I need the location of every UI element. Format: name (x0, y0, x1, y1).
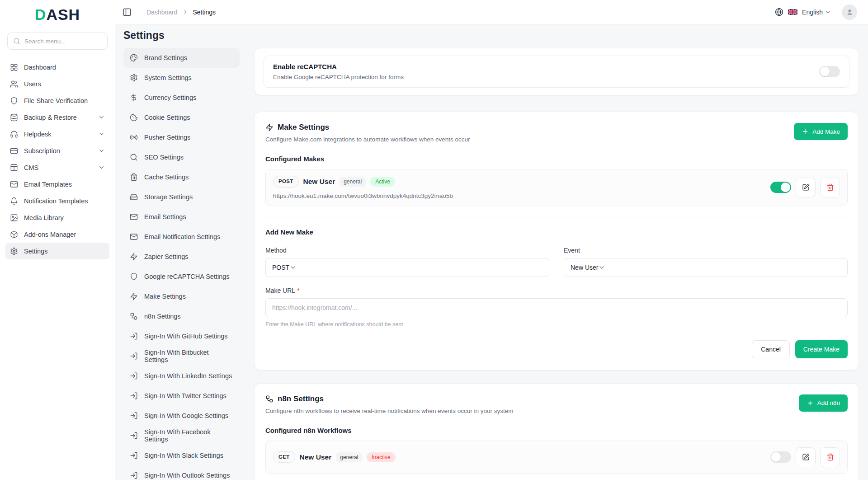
bell-icon (10, 197, 18, 205)
settings-nav-storage-settings[interactable]: Storage Settings (123, 187, 240, 207)
globe-icon[interactable] (775, 8, 783, 16)
settings-nav-n8n-settings[interactable]: n8n Settings (123, 306, 240, 326)
sidebar-item-add-ons-manager[interactable]: Add-ons Manager (5, 226, 109, 243)
make-settings-title: Make Settings (278, 123, 329, 132)
settings-nav-label: Cache Settings (144, 174, 189, 181)
settings-nav: Brand SettingsSystem SettingsCurrency Se… (123, 48, 240, 485)
settings-nav-pusher-settings[interactable]: Pusher Settings (123, 127, 240, 147)
settings-page: Settings Brand SettingsSystem SettingsCu… (115, 24, 868, 488)
app-sidebar: DASH DashboardUsersFile Share Verificati… (0, 0, 115, 488)
page-title: Settings (123, 29, 859, 42)
settings-nav-sign-in-with-github-settings[interactable]: Sign-In With GitHub Settings (123, 326, 240, 346)
event-select[interactable]: New User (564, 258, 848, 277)
log-in-icon (130, 432, 138, 440)
search-input[interactable] (24, 38, 104, 45)
settings-nav-system-settings[interactable]: System Settings (123, 68, 240, 88)
sidebar-item-notification-templates[interactable]: Notification Templates (5, 192, 109, 209)
log-in-icon (130, 352, 138, 360)
settings-nav-make-settings[interactable]: Make Settings (123, 286, 240, 306)
cookie-icon (130, 113, 138, 122)
sidebar-item-file-share-verification[interactable]: File Share Verification (5, 92, 109, 109)
credit-card-icon (10, 147, 18, 155)
search-icon (130, 153, 138, 161)
settings-nav-zapier-settings[interactable]: Zapier Settings (123, 247, 240, 267)
delete-webhook-button[interactable] (820, 447, 840, 467)
sidebar-toggle-button[interactable] (123, 8, 132, 17)
n8n-settings-description: Configure n8n workflows to receive real-… (265, 408, 799, 414)
mail-icon (130, 233, 138, 241)
sidebar-item-settings[interactable]: Settings (5, 243, 109, 259)
settings-nav-label: Sign-In With Outlook Settings (144, 472, 230, 479)
add-make-button[interactable]: Add Make (794, 123, 848, 140)
enable-recaptcha-toggle[interactable] (819, 66, 840, 77)
make-url-input[interactable] (265, 298, 848, 317)
settings-nav-cookie-settings[interactable]: Cookie Settings (123, 108, 240, 127)
settings-nav-currency-settings[interactable]: Currency Settings (123, 88, 240, 108)
sidebar-item-dashboard[interactable]: Dashboard (5, 59, 109, 75)
settings-nav-sign-in-with-slack-settings[interactable]: Sign-In With Slack Settings (123, 446, 240, 465)
webhook-item: POST New User general Active https://hoo… (265, 169, 848, 206)
toggle-knob (771, 452, 781, 462)
webhook-enabled-toggle[interactable] (770, 451, 791, 463)
settings-nav-sign-in-with-bitbucket-settings[interactable]: Sign-In With Bitbucket Settings (123, 346, 240, 366)
settings-nav-label: Pusher Settings (144, 134, 190, 141)
logo-rest: ASH (46, 6, 80, 23)
settings-nav-sign-in-with-linkedin-settings[interactable]: Sign-In With LinkedIn Settings (123, 366, 240, 386)
shield-icon (130, 272, 138, 281)
breadcrumb-dashboard[interactable]: Dashboard (146, 9, 178, 16)
sidebar-item-users[interactable]: Users (5, 75, 109, 92)
language-selector[interactable]: English (802, 9, 831, 16)
sidebar-item-label: Add-ons Manager (24, 231, 76, 238)
webhook-item: GET New User general Inactive (265, 441, 848, 474)
settings-nav-sign-in-with-facebook-settings[interactable]: Sign-In With Facebook Settings (123, 426, 240, 446)
plus-icon (802, 128, 809, 135)
sidebar-item-subscription[interactable]: Subscription (5, 142, 109, 159)
webhook-enabled-toggle[interactable] (770, 182, 791, 193)
chevron-down-icon (598, 264, 605, 271)
search-icon (13, 38, 20, 45)
sidebar-item-label: Helpdesk (24, 131, 51, 138)
method-field: Method POST (265, 247, 549, 277)
settings-nav-email-settings[interactable]: Email Settings (123, 207, 240, 227)
zap-icon (130, 292, 138, 300)
sidebar-item-label: Email Templates (24, 181, 72, 188)
edit-webhook-button[interactable] (796, 447, 816, 467)
trash-icon (130, 173, 138, 181)
workflow-icon (130, 312, 138, 320)
user-avatar[interactable] (842, 5, 857, 20)
globe-icon (775, 8, 783, 16)
sidebar-item-media-library[interactable]: Media Library (5, 209, 109, 226)
webhook-info: POST New User general Active https://hoo… (273, 176, 770, 199)
edit-webhook-button[interactable] (796, 178, 816, 197)
sidebar-item-backup-restore[interactable]: Backup & Restore (5, 109, 109, 126)
settings-nav-seo-settings[interactable]: SEO Settings (123, 147, 240, 167)
workflow-icon (265, 395, 274, 403)
sidebar-item-email-templates[interactable]: Email Templates (5, 176, 109, 192)
settings-nav-email-notification-settings[interactable]: Email Notification Settings (123, 227, 240, 247)
palette-icon (130, 54, 138, 62)
topbar: Dashboard Settings English (115, 0, 868, 24)
cancel-button[interactable]: Cancel (752, 340, 790, 358)
settings-nav-label: Sign-In With GitHub Settings (144, 333, 228, 340)
settings-nav-sign-in-with-twitter-settings[interactable]: Sign-In With Twitter Settings (123, 386, 240, 406)
sidebar-item-label: CMS (24, 164, 38, 171)
settings-nav-cache-settings[interactable]: Cache Settings (123, 167, 240, 187)
settings-nav-label: Sign-In With Facebook Settings (144, 428, 233, 443)
sidebar-item-helpdesk[interactable]: Helpdesk (5, 126, 109, 142)
method-badge: GET (273, 451, 295, 463)
sidebar-search[interactable] (7, 33, 108, 50)
sidebar-item-cms[interactable]: CMS (5, 159, 109, 176)
settings-nav-sign-in-with-google-settings[interactable]: Sign-In With Google Settings (123, 406, 240, 426)
settings-nav-google-recaptcha-settings[interactable]: Google reCAPTCHA Settings (123, 267, 240, 286)
create-make-button[interactable]: Create Make (795, 340, 848, 358)
event-field: Event New User (564, 247, 848, 277)
database-icon (10, 113, 18, 122)
add-n8n-button[interactable]: Add n8n (799, 394, 848, 412)
method-select[interactable]: POST (265, 258, 549, 277)
settings-nav-brand-settings[interactable]: Brand Settings (123, 48, 240, 68)
make-settings-card: Make Settings Configure Make.com integra… (254, 112, 859, 371)
logo-letter-d: D (35, 6, 47, 23)
delete-webhook-button[interactable] (820, 178, 840, 197)
n8n-settings-card: n8n Settings Configure n8n workflows to … (254, 383, 859, 486)
chevron-down-icon (825, 9, 831, 15)
